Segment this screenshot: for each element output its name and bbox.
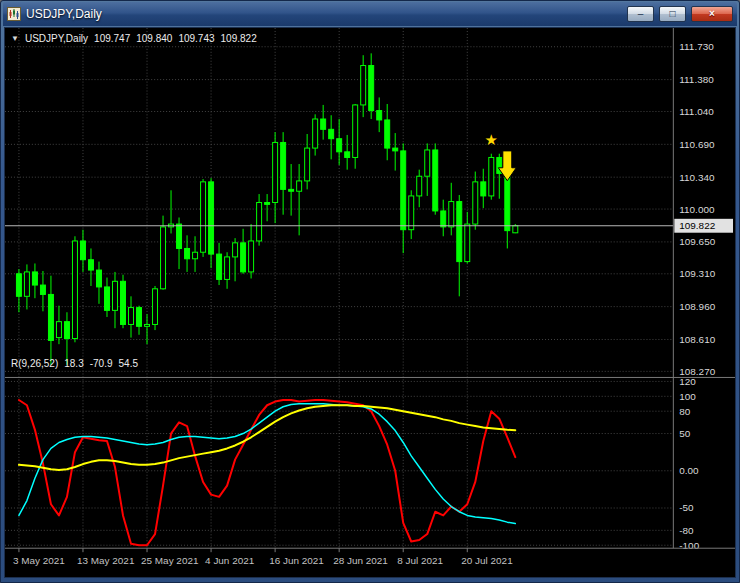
- svg-text:16 Jun 2021: 16 Jun 2021: [269, 555, 324, 566]
- svg-text:20 Jul 2021: 20 Jul 2021: [461, 555, 513, 566]
- minimize-button[interactable]: –: [627, 6, 654, 22]
- svg-text:4 Jun 2021: 4 Jun 2021: [205, 555, 255, 566]
- svg-text:-50: -50: [679, 502, 694, 513]
- fast-line: [19, 400, 515, 545]
- star-object: ★: [485, 132, 498, 148]
- svg-text:108.610: 108.610: [679, 334, 715, 345]
- svg-text:0.00: 0.00: [679, 465, 699, 476]
- svg-text:28 Jun 2021: 28 Jun 2021: [333, 555, 388, 566]
- medium-line: [19, 404, 515, 524]
- slow-line: [19, 405, 515, 470]
- title-bar[interactable]: USDJPY,Daily – □ ×: [3, 2, 737, 26]
- svg-text:3 May 2021: 3 May 2021: [13, 555, 65, 566]
- svg-text:108.960: 108.960: [679, 301, 715, 312]
- chart-icon: [7, 7, 21, 21]
- svg-text:110.000: 110.000: [679, 204, 715, 215]
- svg-text:109.310: 109.310: [679, 268, 715, 279]
- svg-text:25 May 2021: 25 May 2021: [141, 555, 199, 566]
- close-button[interactable]: ×: [691, 6, 733, 22]
- svg-text:110.340: 110.340: [679, 172, 715, 183]
- svg-text:80: 80: [679, 406, 691, 417]
- svg-text:50: 50: [679, 428, 691, 439]
- svg-text:110.690: 110.690: [679, 139, 715, 150]
- svg-text:111.380: 111.380: [679, 74, 714, 85]
- maximize-button[interactable]: □: [659, 6, 686, 22]
- chart-canvas[interactable]: 111.730111.380111.040110.690110.340110.0…: [5, 28, 735, 577]
- svg-text:109.822: 109.822: [679, 220, 715, 231]
- window-title: USDJPY,Daily: [26, 7, 622, 21]
- svg-text:100: 100: [679, 391, 696, 402]
- svg-text:111.730: 111.730: [679, 41, 714, 52]
- chart-window: USDJPY,Daily – □ × 111.730111.380111.040…: [0, 0, 740, 583]
- svg-text:109.650: 109.650: [679, 236, 715, 247]
- svg-text:-100: -100: [679, 540, 699, 551]
- svg-text:8 Jul 2021: 8 Jul 2021: [397, 555, 443, 566]
- svg-text:13 May 2021: 13 May 2021: [77, 555, 135, 566]
- svg-text:-80: -80: [679, 525, 694, 536]
- chart-client-area: 111.730111.380111.040110.690110.340110.0…: [4, 27, 736, 578]
- svg-text:111.040: 111.040: [679, 106, 714, 117]
